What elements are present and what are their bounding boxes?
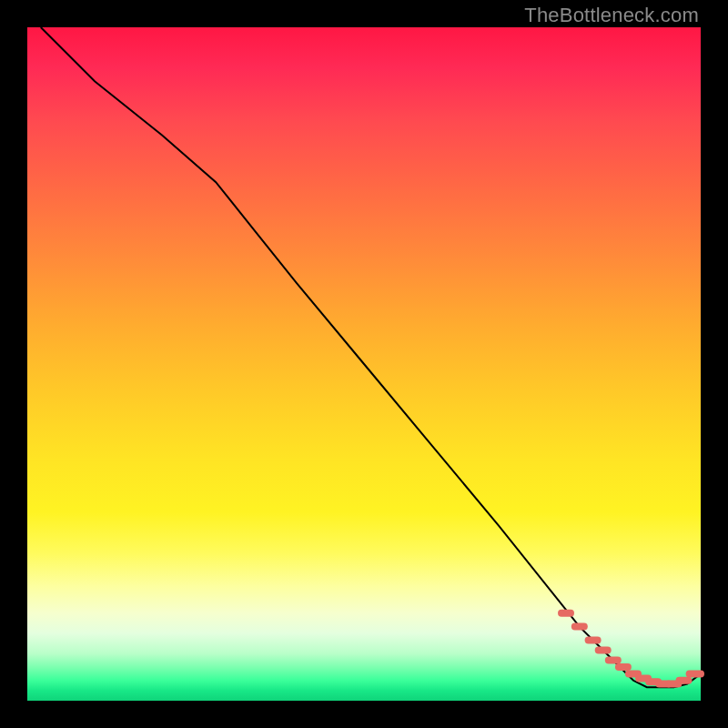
watermark-text: TheBottleneck.com	[524, 4, 699, 27]
bottleneck-curve	[41, 27, 701, 687]
plot-area	[27, 27, 701, 701]
optimal-range-markers	[561, 613, 704, 684]
chart-svg	[27, 27, 701, 701]
marker-end-dot	[697, 670, 704, 677]
chart-frame: TheBottleneck.com	[0, 0, 728, 728]
